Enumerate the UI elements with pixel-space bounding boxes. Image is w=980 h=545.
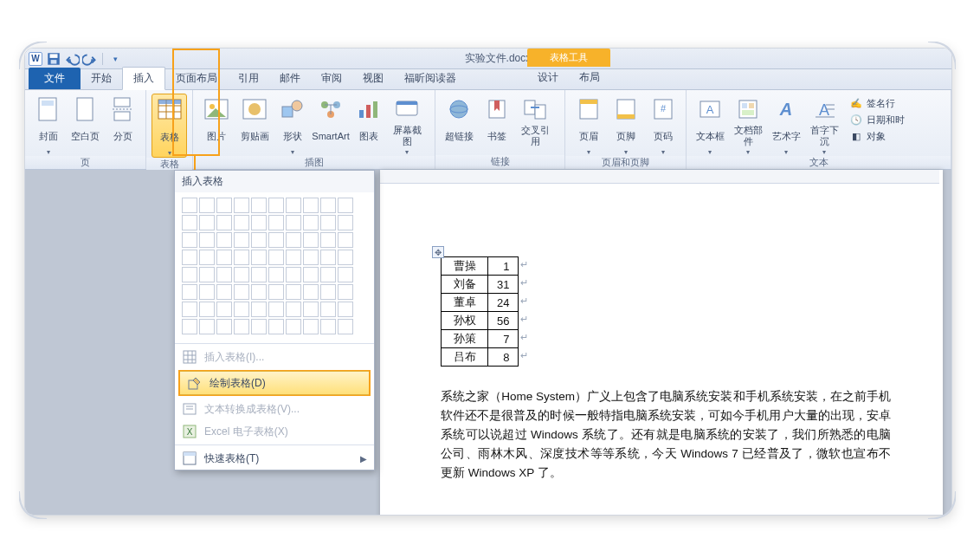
grid-cell[interactable] — [320, 267, 336, 282]
grid-cell[interactable] — [216, 250, 232, 265]
grid-cell[interactable] — [216, 319, 232, 334]
table-row[interactable]: 董卓24↵ — [442, 294, 519, 312]
save-icon[interactable] — [46, 51, 61, 67]
grid-cell[interactable] — [303, 250, 319, 265]
btn-bookmark[interactable]: 书签 — [479, 94, 515, 147]
table-cell-value[interactable]: 7↵ — [488, 330, 519, 348]
menu-insert-table[interactable]: 插入表格(I)... — [175, 346, 374, 368]
table-cell-value[interactable]: 31↵ — [488, 276, 519, 294]
grid-cell[interactable] — [251, 250, 267, 265]
grid-cell[interactable] — [286, 250, 301, 265]
menu-convert-text[interactable]: 文本转换成表格(V)... — [175, 398, 374, 420]
grid-cell[interactable] — [234, 267, 249, 282]
grid-cell[interactable] — [338, 302, 353, 317]
btn-quickparts[interactable]: 文档部件▾ — [730, 94, 766, 156]
grid-cell[interactable] — [268, 250, 284, 265]
grid-cell[interactable] — [320, 284, 336, 300]
grid-cell[interactable] — [268, 319, 284, 334]
grid-cell[interactable] — [251, 302, 267, 317]
grid-cell[interactable] — [338, 267, 353, 282]
grid-cell[interactable] — [199, 284, 215, 300]
btn-blank-page[interactable]: 空白页 — [68, 94, 103, 147]
grid-cell[interactable] — [303, 284, 319, 300]
grid-cell[interactable] — [286, 198, 301, 213]
table-cell-value[interactable]: 1↵ — [488, 257, 519, 276]
grid-cell[interactable] — [182, 267, 197, 282]
btn-smartart[interactable]: SmartArt — [313, 94, 349, 147]
grid-cell[interactable] — [338, 232, 353, 248]
grid-cell[interactable] — [234, 198, 249, 213]
redo-icon[interactable] — [82, 51, 98, 67]
btn-header[interactable]: 页眉▾ — [571, 94, 606, 156]
grid-cell[interactable] — [251, 284, 267, 300]
table-cell-name[interactable]: 曹操 — [442, 257, 488, 276]
grid-cell[interactable] — [268, 198, 284, 213]
tab-review[interactable]: 审阅 — [311, 68, 352, 89]
word-app-icon[interactable]: W — [29, 52, 42, 66]
btn-object[interactable]: ◧对象 — [846, 128, 908, 144]
tab-home[interactable]: 开始 — [81, 68, 122, 89]
btn-date-time[interactable]: 🕓日期和时 — [846, 112, 908, 127]
btn-chart[interactable]: 图表 — [351, 94, 387, 147]
table-row[interactable]: 曹操1↵ — [442, 257, 519, 276]
grid-cell[interactable] — [182, 250, 197, 265]
grid-cell[interactable] — [234, 232, 249, 248]
grid-cell[interactable] — [320, 302, 336, 317]
grid-cell[interactable] — [251, 267, 267, 282]
grid-cell[interactable] — [338, 250, 353, 265]
table-size-grid[interactable] — [175, 192, 374, 341]
page[interactable]: ✥ 曹操1↵刘备31↵董卓24↵孙权56↵孙策7↵吕布8↵ 系统之家（Home … — [380, 170, 943, 516]
btn-footer[interactable]: 页脚▾ — [608, 94, 643, 156]
grid-cell[interactable] — [182, 319, 197, 334]
table-cell-name[interactable]: 董卓 — [442, 294, 488, 312]
grid-cell[interactable] — [199, 302, 215, 317]
table-row[interactable]: 孙策7↵ — [442, 330, 519, 348]
grid-cell[interactable] — [320, 215, 336, 230]
btn-picture[interactable]: 图片 — [198, 94, 235, 147]
grid-cell[interactable] — [286, 215, 301, 230]
grid-cell[interactable] — [303, 232, 319, 248]
table-row[interactable]: 孙权56↵ — [442, 312, 519, 330]
grid-cell[interactable] — [234, 284, 249, 300]
grid-cell[interactable] — [338, 319, 353, 334]
grid-cell[interactable] — [251, 319, 267, 334]
grid-cell[interactable] — [286, 232, 301, 248]
grid-cell[interactable] — [182, 302, 197, 317]
menu-quick-tables[interactable]: 快速表格(T) ▶ — [175, 447, 374, 470]
grid-cell[interactable] — [216, 198, 232, 213]
grid-cell[interactable] — [182, 232, 197, 248]
table-row[interactable]: 吕布8↵ — [442, 348, 519, 367]
grid-cell[interactable] — [182, 215, 197, 230]
btn-dropcap[interactable]: A首字下沉▾ — [806, 94, 842, 156]
grid-cell[interactable] — [234, 215, 249, 230]
horizontal-ruler[interactable] — [380, 170, 939, 184]
btn-screenshot[interactable]: 屏幕截图▾ — [389, 94, 425, 156]
btn-cover-page[interactable]: 封面▾ — [30, 94, 66, 156]
btn-textbox[interactable]: A文本框▾ — [692, 94, 728, 156]
grid-cell[interactable] — [338, 284, 353, 300]
btn-table[interactable]: 表格▾ — [152, 94, 187, 158]
grid-cell[interactable] — [199, 198, 215, 213]
grid-cell[interactable] — [216, 267, 232, 282]
grid-cell[interactable] — [268, 267, 284, 282]
grid-cell[interactable] — [199, 232, 215, 248]
grid-cell[interactable] — [303, 302, 319, 317]
grid-cell[interactable] — [338, 198, 353, 213]
grid-cell[interactable] — [268, 302, 284, 317]
grid-cell[interactable] — [320, 250, 336, 265]
btn-clipart[interactable]: 剪贴画 — [236, 94, 273, 147]
grid-cell[interactable] — [199, 215, 215, 230]
grid-cell[interactable] — [303, 215, 319, 230]
btn-page-break[interactable]: 分页 — [105, 94, 140, 147]
table-cell-value[interactable]: 24↵ — [488, 294, 519, 312]
grid-cell[interactable] — [303, 198, 319, 213]
grid-cell[interactable] — [303, 319, 319, 334]
btn-signature-line[interactable]: ✍签名行 — [846, 95, 908, 111]
btn-shapes[interactable]: 形状▾ — [274, 94, 311, 156]
grid-cell[interactable] — [320, 319, 336, 334]
grid-cell[interactable] — [320, 198, 336, 213]
table-cell-name[interactable]: 吕布 — [442, 348, 488, 367]
grid-cell[interactable] — [251, 215, 267, 230]
grid-cell[interactable] — [251, 232, 267, 248]
table-row[interactable]: 刘备31↵ — [442, 276, 519, 294]
